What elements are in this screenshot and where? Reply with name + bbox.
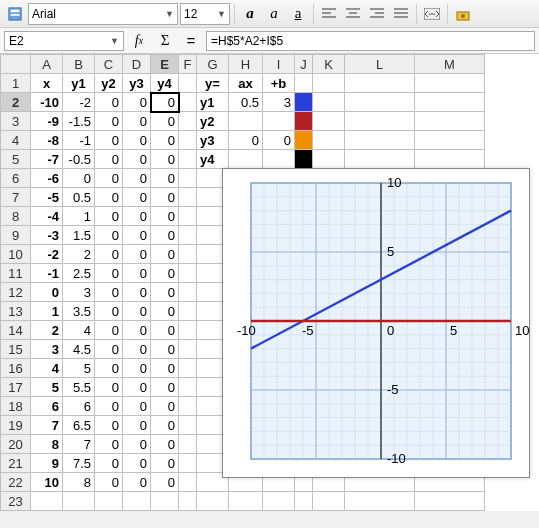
formula-input[interactable]: =H$5*A2+I$5	[206, 31, 535, 51]
cell[interactable]	[179, 226, 197, 245]
column-header[interactable]: C	[95, 55, 123, 74]
cell[interactable]: 0	[151, 131, 179, 150]
merge-cells-button[interactable]	[421, 3, 443, 25]
column-header[interactable]: L	[345, 55, 415, 74]
cell[interactable]: -1	[31, 264, 63, 283]
cell[interactable]: 6	[31, 397, 63, 416]
cell[interactable]: 2.5	[63, 264, 95, 283]
cell[interactable]	[415, 112, 485, 131]
column-header[interactable]: G	[197, 55, 229, 74]
function-wizard-button[interactable]: fx	[128, 30, 150, 52]
cell[interactable]: 0	[229, 131, 263, 150]
cell[interactable]: 0	[95, 473, 123, 492]
cell[interactable]	[179, 302, 197, 321]
cell[interactable]: 2	[63, 245, 95, 264]
cell[interactable]	[313, 131, 345, 150]
color-swatch-cell[interactable]	[295, 150, 313, 169]
cell[interactable]	[151, 492, 179, 511]
cell[interactable]	[179, 473, 197, 492]
cell[interactable]: 0	[95, 302, 123, 321]
cell[interactable]: 0	[151, 169, 179, 188]
cell[interactable]	[229, 492, 263, 511]
cell[interactable]: 1.5	[63, 226, 95, 245]
cell[interactable]: y2	[197, 112, 229, 131]
row-header[interactable]: 4	[1, 131, 31, 150]
cell[interactable]: 0	[151, 283, 179, 302]
cell[interactable]: 3.5	[63, 302, 95, 321]
cell[interactable]: 0	[95, 416, 123, 435]
cell[interactable]	[295, 74, 313, 93]
cell[interactable]: -4	[31, 207, 63, 226]
cell[interactable]: 0	[123, 131, 151, 150]
cell[interactable]	[415, 150, 485, 169]
cell[interactable]: 0.5	[63, 188, 95, 207]
cell[interactable]: y2	[95, 74, 123, 93]
cell[interactable]: -3	[31, 226, 63, 245]
cell[interactable]	[263, 112, 295, 131]
cell[interactable]	[179, 321, 197, 340]
cell[interactable]: 5.5	[63, 378, 95, 397]
cell[interactable]: 0	[151, 359, 179, 378]
cell[interactable]: 0	[123, 93, 151, 112]
cell[interactable]: 0	[123, 207, 151, 226]
cell[interactable]	[179, 454, 197, 473]
cell[interactable]: 0	[151, 302, 179, 321]
cell[interactable]	[179, 416, 197, 435]
cell[interactable]: y1	[63, 74, 95, 93]
cell[interactable]	[179, 131, 197, 150]
chart-object[interactable]: -10-50510-10-5510	[222, 168, 530, 478]
row-header[interactable]: 13	[1, 302, 31, 321]
cell[interactable]: 0	[151, 378, 179, 397]
cell[interactable]: 6.5	[63, 416, 95, 435]
cell[interactable]	[179, 264, 197, 283]
cell[interactable]: 0	[95, 264, 123, 283]
cell[interactable]	[313, 112, 345, 131]
row-header[interactable]: 14	[1, 321, 31, 340]
cell[interactable]: 0.5	[229, 93, 263, 112]
cell[interactable]: 0	[151, 112, 179, 131]
cell[interactable]	[229, 112, 263, 131]
cell[interactable]	[179, 492, 197, 511]
cell[interactable]	[263, 150, 295, 169]
cell[interactable]: 3	[31, 340, 63, 359]
cell[interactable]	[179, 188, 197, 207]
row-header[interactable]: 2	[1, 93, 31, 112]
cell[interactable]	[415, 93, 485, 112]
cell[interactable]	[345, 150, 415, 169]
cell[interactable]: y4	[151, 74, 179, 93]
column-header[interactable]: D	[123, 55, 151, 74]
row-header[interactable]: 10	[1, 245, 31, 264]
row-header[interactable]: 16	[1, 359, 31, 378]
cell[interactable]: 0	[95, 226, 123, 245]
cell[interactable]: 0	[95, 397, 123, 416]
cell[interactable]: 3	[63, 283, 95, 302]
cell[interactable]: 4	[63, 321, 95, 340]
cell[interactable]	[179, 74, 197, 93]
cell[interactable]	[179, 150, 197, 169]
cell[interactable]	[313, 492, 345, 511]
cell[interactable]: 4	[31, 359, 63, 378]
row-header[interactable]: 11	[1, 264, 31, 283]
cell[interactable]: 0	[151, 435, 179, 454]
cell[interactable]	[345, 131, 415, 150]
color-swatch-cell[interactable]	[295, 93, 313, 112]
cell[interactable]: 0	[151, 245, 179, 264]
cell[interactable]	[179, 435, 197, 454]
cell[interactable]: 0	[123, 473, 151, 492]
cell[interactable]	[263, 492, 295, 511]
column-header[interactable]: A	[31, 55, 63, 74]
color-swatch-cell[interactable]	[295, 131, 313, 150]
cell[interactable]: 0	[63, 169, 95, 188]
cell[interactable]: 0	[151, 93, 179, 112]
cell[interactable]	[123, 492, 151, 511]
row-header[interactable]: 3	[1, 112, 31, 131]
cell[interactable]: 0	[151, 226, 179, 245]
row-header[interactable]: 1	[1, 74, 31, 93]
cell[interactable]: -1	[63, 131, 95, 150]
row-header[interactable]: 19	[1, 416, 31, 435]
cell[interactable]: 0	[95, 93, 123, 112]
column-header[interactable]: I	[263, 55, 295, 74]
cell[interactable]: 0	[151, 321, 179, 340]
cell[interactable]: 0	[95, 435, 123, 454]
row-header[interactable]: 12	[1, 283, 31, 302]
